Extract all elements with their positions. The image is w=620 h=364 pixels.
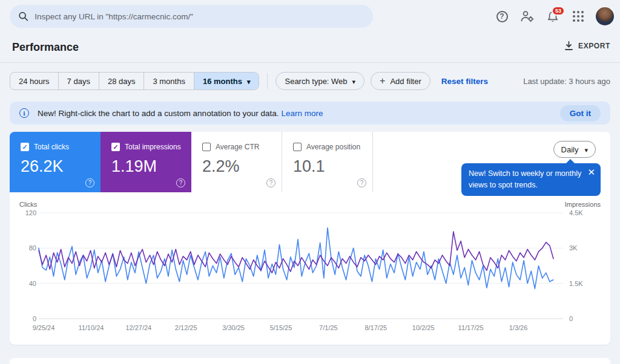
date-range-16-months[interactable]: 16 months: [194, 73, 259, 89]
x-axis-tick: 11/17/25: [458, 324, 484, 331]
close-icon[interactable]: ✕: [587, 167, 595, 177]
topbar: ? 53: [0, 0, 620, 33]
notification-badge: 53: [552, 6, 565, 16]
export-button[interactable]: EXPORT: [564, 41, 610, 51]
add-filter-button[interactable]: + Add filter: [371, 72, 430, 90]
filter-row: 24 hours7 days28 days3 months16 months S…: [10, 72, 610, 90]
search-input[interactable]: [35, 12, 364, 21]
date-range-24-hours[interactable]: 24 hours: [10, 73, 59, 89]
checkbox-checked-icon[interactable]: ✓: [21, 143, 29, 151]
checkbox-checked-icon[interactable]: ✓: [111, 143, 120, 151]
user-settings-icon: [520, 10, 535, 23]
x-axis-tick: 1/3/26: [509, 324, 528, 331]
metric-tile-value: 26.2K: [21, 157, 101, 176]
plus-icon: +: [380, 76, 385, 86]
chevron-down-icon: [584, 145, 588, 154]
metric-tile-label: Average CTR: [216, 143, 259, 151]
info-icon: i: [19, 108, 29, 118]
header-divider: [0, 62, 620, 63]
chevron-down-icon: [247, 77, 251, 86]
help-icon[interactable]: ?: [266, 178, 275, 187]
export-label: EXPORT: [578, 42, 610, 50]
metric-tiles: ✓Total clicks26.2K?✓Total impressions1.1…: [10, 132, 373, 192]
date-range-label: 24 hours: [19, 77, 50, 86]
x-axis-tick: 5/15/25: [270, 324, 292, 331]
date-range-label: 16 months: [203, 77, 242, 86]
notifications-button[interactable]: 53: [545, 8, 561, 24]
right-axis-tick: 1.5K: [569, 280, 583, 287]
promo-tooltip-text: New! Switch to weekly or monthly views t…: [469, 169, 581, 189]
metric-tile-value: 2.2%: [202, 157, 282, 176]
right-axis-tick: 0: [569, 315, 573, 322]
last-update-text: Last update: 3 hours ago: [523, 77, 610, 86]
date-range-7-days[interactable]: 7 days: [59, 73, 99, 89]
date-range-group: 24 hours7 days28 days3 months16 months: [10, 72, 259, 90]
add-filter-label: Add filter: [390, 77, 421, 86]
apps-grid-icon: [573, 11, 584, 22]
checkbox-unchecked-icon[interactable]: [293, 143, 302, 151]
learn-more-link[interactable]: Learn more: [281, 109, 323, 118]
performance-chart[interactable]: 00401.5K803K1204.5KClicksImpressions9/25…: [10, 198, 610, 345]
x-axis-tick: 7/1/25: [319, 324, 338, 331]
promo-tooltip: New! Switch to weekly or monthly views t…: [461, 163, 601, 196]
metric-tile-value: 10.1: [293, 157, 372, 176]
user-settings-button[interactable]: [519, 8, 535, 24]
help-button[interactable]: ?: [494, 8, 510, 24]
page-header: Performance EXPORT: [0, 33, 620, 62]
right-axis-label: Impressions: [565, 201, 601, 208]
x-axis-tick: 8/17/25: [364, 324, 387, 331]
help-icon[interactable]: ?: [176, 178, 185, 187]
left-axis-label: Clicks: [19, 201, 38, 208]
checkbox-unchecked-icon[interactable]: [202, 143, 211, 151]
help-icon[interactable]: ?: [85, 178, 94, 187]
x-axis-tick: 3/30/25: [222, 324, 245, 331]
x-axis-tick: 11/10/24: [78, 324, 104, 331]
metric-tile-average-position[interactable]: Average position10.1?: [282, 132, 373, 192]
left-axis-tick: 80: [29, 244, 36, 252]
url-inspect-search[interactable]: [10, 5, 373, 28]
x-axis-tick: 10/2/25: [412, 324, 435, 331]
search-type-button[interactable]: Search type: Web: [275, 72, 364, 90]
metric-tile-value: 1.19M: [111, 157, 191, 176]
right-axis-tick: 3K: [569, 244, 578, 252]
metric-tile-label: Total impressions: [125, 143, 181, 151]
banner-text: New! Right-click the chart to add a cust…: [38, 109, 323, 118]
reset-filters-link[interactable]: Reset filters: [441, 77, 488, 86]
left-axis-tick: 0: [33, 315, 36, 322]
left-axis-tick: 120: [25, 209, 36, 216]
search-type-label: Search type: Web: [285, 77, 347, 86]
topbar-actions: ? 53: [494, 0, 614, 33]
date-range-label: 3 months: [153, 77, 185, 86]
metric-tile-average-ctr[interactable]: Average CTR2.2%?: [191, 132, 282, 192]
next-card-stub: [10, 358, 610, 364]
download-icon: [564, 41, 573, 51]
metric-tile-label: Total clicks: [34, 143, 69, 151]
filter-divider: [267, 73, 268, 89]
date-range-3-months[interactable]: 3 months: [144, 73, 194, 89]
search-icon: [18, 11, 28, 22]
avatar[interactable]: [596, 7, 614, 25]
help-icon: ?: [496, 11, 508, 22]
metric-tile-total-impressions[interactable]: ✓Total impressions1.19M?: [101, 132, 191, 192]
granularity-dropdown[interactable]: Daily: [553, 141, 596, 158]
x-axis-tick: 2/12/25: [175, 324, 197, 331]
page-title: Performance: [12, 41, 79, 54]
performance-chart-card: ✓Total clicks26.2K?✓Total impressions1.1…: [10, 132, 610, 345]
annotation-banner: i New! Right-click the chart to add a cu…: [10, 102, 610, 125]
apps-button[interactable]: [570, 8, 586, 24]
date-range-28-days[interactable]: 28 days: [99, 73, 145, 89]
date-range-label: 28 days: [108, 77, 136, 86]
right-axis-tick: 4.5K: [569, 209, 583, 216]
date-range-label: 7 days: [67, 77, 90, 86]
granularity-label: Daily: [561, 145, 579, 154]
help-icon[interactable]: ?: [357, 178, 366, 187]
got-it-button[interactable]: Got it: [560, 105, 601, 122]
x-axis-tick: 9/25/24: [33, 324, 55, 331]
left-axis-tick: 40: [29, 280, 36, 287]
metric-tile-total-clicks[interactable]: ✓Total clicks26.2K?: [10, 132, 101, 192]
x-axis-tick: 12/27/24: [125, 324, 151, 331]
chevron-down-icon: [352, 77, 356, 86]
metric-tile-label: Average position: [306, 143, 360, 151]
